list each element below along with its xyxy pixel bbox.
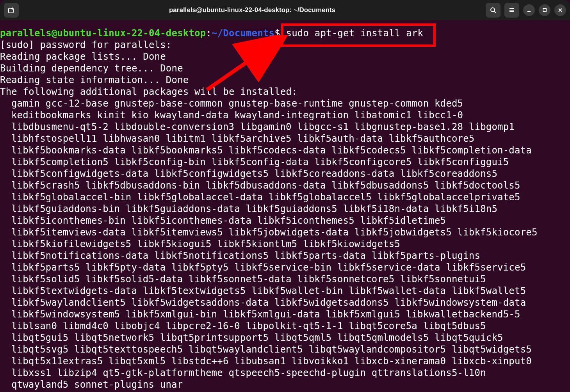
output-line: [sudo] password for parallels: bbox=[0, 39, 177, 50]
package-line: libdbusmenu-qt5-2 libdouble-conversion3 … bbox=[0, 121, 570, 133]
prompt-sep1: : bbox=[206, 28, 212, 39]
output-line: Reading state information... Done bbox=[0, 75, 189, 86]
new-tab-button[interactable] bbox=[4, 3, 19, 18]
package-line: libkf5bookmarks-data libkf5bookmarks5 li… bbox=[0, 144, 570, 156]
package-line: gamin gcc-12-base gnustep-base-common gn… bbox=[0, 98, 570, 109]
package-line: keditbookmarks kinit kio kwayland-data k… bbox=[0, 109, 570, 121]
package-line: libkf5textwidgets-data libkf5textwidgets… bbox=[0, 285, 570, 297]
package-line: libkf5waylandclient5 libkf5widgetsaddons… bbox=[0, 297, 570, 308]
package-line: libhfstospell11 libhwasan0 libitm1 libkf… bbox=[0, 133, 570, 144]
menu-button[interactable] bbox=[504, 3, 519, 18]
minimize-button[interactable] bbox=[523, 4, 535, 16]
package-line: libkf5completion5 libkf5config-bin libkf… bbox=[0, 156, 570, 168]
package-line: libkf5parts5 libkf5pty-data libkf5pty5 l… bbox=[0, 262, 570, 273]
package-line: libkf5notifications-data libkf5notificat… bbox=[0, 250, 570, 262]
package-line: liblsan0 libmd4c0 libobjc4 libpcre2-16-0… bbox=[0, 320, 570, 332]
annotation-highlight-box bbox=[281, 23, 436, 47]
package-line: libqt5x11extras5 libqt5xml5 libstdc++6 l… bbox=[0, 355, 570, 367]
window-title: parallels@ubuntu-linux-22-04-desktop: ~/… bbox=[19, 4, 486, 16]
prompt-user: parallels@ubuntu-linux-22-04-desktop bbox=[0, 28, 206, 39]
package-line: libkf5crash5 libkf5dbusaddons-bin libkf5… bbox=[0, 180, 570, 191]
package-line: libkf5iconthemes-bin libkf5iconthemes-da… bbox=[0, 215, 570, 226]
output-line: Reading package lists... Done bbox=[0, 51, 166, 62]
svg-point-3 bbox=[491, 8, 495, 12]
package-line: libkf5configwidgets-data libkf5configwid… bbox=[0, 168, 570, 180]
package-line: libkf5itemviews-data libkf5itemviews5 li… bbox=[0, 226, 570, 238]
package-line: libxss1 libzip4 qt5-gtk-platformtheme qt… bbox=[0, 367, 570, 379]
package-line: libkf5solid5 libkf5solid5-data libkf5son… bbox=[0, 273, 570, 285]
prompt-sep2: $ bbox=[274, 28, 280, 39]
output-line: Building dependency tree... Done bbox=[0, 63, 183, 74]
maximize-button[interactable] bbox=[539, 4, 550, 16]
close-button[interactable] bbox=[554, 4, 566, 16]
package-line: libkf5windowsystem5 libkf5xmlgui-bin lib… bbox=[0, 308, 570, 320]
titlebar: parallels@ubuntu-linux-22-04-desktop: ~/… bbox=[0, 0, 570, 20]
package-line: libqt5gui5 libqt5network5 libqt5printsup… bbox=[0, 332, 570, 344]
package-line: qtwayland5 sonnet-plugins unar bbox=[0, 379, 570, 390]
prompt-path: ~/Documents bbox=[212, 28, 274, 39]
svg-line-4 bbox=[494, 11, 496, 13]
package-line: libkf5globalaccel-bin libkf5globalaccel-… bbox=[0, 191, 570, 203]
terminal[interactable]: parallels@ubuntu-linux-22-04-desktop:~/D… bbox=[0, 20, 570, 390]
package-line: libkf5kiofilewidgets5 libkf5kiogui5 libk… bbox=[0, 238, 570, 250]
output-line: The following additional packages will b… bbox=[0, 86, 297, 97]
search-button[interactable] bbox=[486, 3, 501, 18]
svg-rect-9 bbox=[543, 9, 546, 12]
package-line: libqt5svg5 libqt5texttospeech5 libqt5way… bbox=[0, 344, 570, 355]
package-line: libkf5guiaddons-bin libkf5guiaddons-data… bbox=[0, 203, 570, 215]
